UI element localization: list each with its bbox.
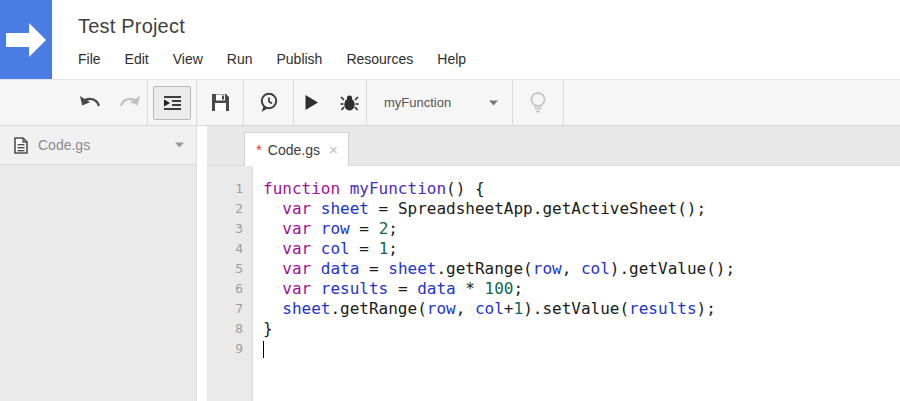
save-icon [211, 93, 230, 112]
line-number: 2 [207, 199, 243, 219]
line-number: 7 [207, 299, 243, 319]
code-line: sheet.getRange(row, col+1).setValue(resu… [263, 299, 900, 319]
menu-file[interactable]: File [66, 47, 113, 71]
chevron-down-icon [489, 100, 498, 106]
save-group [197, 80, 244, 125]
run-icon [304, 94, 319, 111]
debug-button[interactable] [332, 86, 366, 120]
line-number: 8 [207, 319, 243, 339]
transcript-group [244, 80, 294, 125]
code-line: } [263, 319, 900, 339]
indent-button[interactable] [153, 86, 191, 120]
files-sidebar: Code.gs [0, 126, 196, 401]
undo-icon [79, 95, 101, 111]
tab-close-icon[interactable]: × [329, 141, 338, 158]
body: Code.gs * Code.gs × 123456789 function m… [0, 126, 900, 401]
run-button[interactable] [294, 86, 328, 120]
menubar: File Edit View Run Publish Resources Hel… [66, 47, 478, 71]
code-line: var results = data * 100; [263, 279, 900, 299]
suggestion-group [513, 80, 564, 125]
run-debug-group [294, 80, 367, 125]
suggestion-lightbulb-icon [529, 91, 547, 115]
line-number: 1 [207, 179, 243, 199]
editor-main: * Code.gs × 123456789 function myFunctio… [207, 126, 900, 401]
function-selector[interactable]: myFunction [367, 80, 513, 125]
code-line: var sheet = SpreadsheetApp.getActiveShee… [263, 199, 900, 219]
undo-button[interactable] [73, 86, 107, 120]
menu-resources[interactable]: Resources [334, 47, 425, 71]
menu-view[interactable]: View [161, 47, 215, 71]
tab-strip: * Code.gs × [207, 126, 900, 166]
debug-bug-icon [340, 94, 359, 111]
redo-icon [119, 95, 141, 111]
code-editor: 123456789 function myFunction() { var sh… [207, 166, 900, 401]
toolbar: myFunction [0, 79, 900, 126]
line-number: 9 [207, 339, 243, 359]
indent-icon [163, 95, 182, 111]
line-number: 4 [207, 239, 243, 259]
sidebar-file-name: Code.gs [38, 137, 175, 153]
tab-code-gs[interactable]: * Code.gs × [244, 132, 349, 166]
code-line: var row = 2; [263, 219, 900, 239]
function-selector-value: myFunction [384, 95, 451, 110]
line-number: 5 [207, 259, 243, 279]
apps-script-editor-window: Test Project File Edit View Run Publish … [0, 0, 900, 401]
sidebar-resize-handle[interactable] [196, 126, 207, 401]
undo-redo-group [72, 80, 148, 125]
menu-help[interactable]: Help [425, 47, 478, 71]
execution-transcript-button[interactable] [252, 86, 286, 120]
code-line: var col = 1; [263, 239, 900, 259]
header-main: Test Project File Edit View Run Publish … [52, 0, 478, 79]
indent-group [148, 80, 197, 125]
execution-transcript-clock-icon [258, 92, 279, 113]
file-menu-caret-icon[interactable] [175, 142, 184, 148]
suggestion-button[interactable] [521, 86, 555, 120]
line-number: 6 [207, 279, 243, 299]
line-number: 3 [207, 219, 243, 239]
save-button[interactable] [203, 86, 237, 120]
tab-label: Code.gs [268, 142, 320, 158]
text-cursor [263, 341, 264, 358]
project-title: Test Project [78, 15, 478, 38]
unsaved-indicator: * [256, 141, 262, 158]
script-file-icon [14, 137, 28, 154]
redo-button[interactable] [113, 86, 147, 120]
arrow-right-icon [4, 19, 48, 61]
code-lines[interactable]: function myFunction() { var sheet = Spre… [253, 166, 900, 401]
menu-run[interactable]: Run [215, 47, 265, 71]
apps-script-logo [0, 0, 52, 79]
code-line: var data = sheet.getRange(row, col).getV… [263, 259, 900, 279]
gutter: 123456789 [207, 166, 253, 401]
toolbar-spacer [0, 80, 72, 125]
menu-publish[interactable]: Publish [264, 47, 334, 71]
code-line: function myFunction() { [263, 179, 900, 199]
menu-edit[interactable]: Edit [113, 47, 161, 71]
header: Test Project File Edit View Run Publish … [0, 0, 900, 79]
code-line [263, 339, 900, 359]
sidebar-item-code-gs[interactable]: Code.gs [0, 126, 196, 165]
